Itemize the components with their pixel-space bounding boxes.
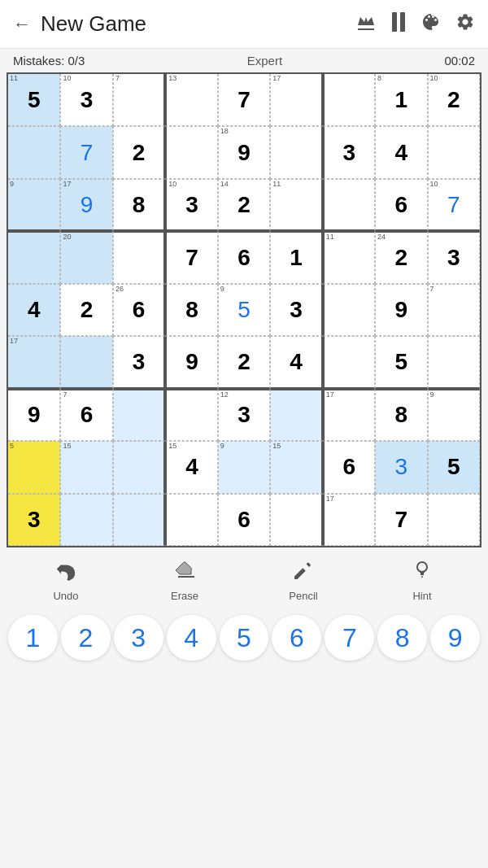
- cell-r4-c8[interactable]: 7: [428, 284, 480, 336]
- cell-r3-c3[interactable]: 7: [165, 231, 217, 283]
- cell-r7-c6[interactable]: 6: [323, 441, 375, 493]
- cell-r6-c0[interactable]: 9: [8, 389, 60, 441]
- crown-icon[interactable]: [356, 14, 376, 34]
- cell-r7-c8[interactable]: 5: [428, 441, 480, 493]
- cell-r2-c4[interactable]: 142: [218, 179, 270, 231]
- cell-r0-c1[interactable]: 103: [60, 74, 112, 126]
- numpad-5[interactable]: 5: [220, 615, 269, 661]
- cell-r1-c7[interactable]: 4: [375, 126, 427, 178]
- cell-r8-c7[interactable]: 7: [375, 494, 427, 546]
- cell-r1-c0[interactable]: [8, 126, 60, 178]
- cell-r4-c0[interactable]: 4: [8, 284, 60, 336]
- cell-r6-c7[interactable]: 8: [375, 389, 427, 441]
- cell-r0-c0[interactable]: 115: [8, 74, 60, 126]
- cell-r1-c8[interactable]: [428, 126, 480, 178]
- cell-r8-c1[interactable]: [60, 494, 112, 546]
- settings-icon[interactable]: [455, 12, 475, 37]
- cell-r7-c2[interactable]: [113, 441, 165, 493]
- cell-r6-c1[interactable]: 76: [60, 389, 112, 441]
- cell-r8-c5[interactable]: [270, 494, 322, 546]
- numpad-1[interactable]: 1: [8, 615, 58, 661]
- cell-r0-c7[interactable]: 81: [375, 74, 427, 126]
- cell-r5-c6[interactable]: [323, 336, 375, 388]
- numpad-2[interactable]: 2: [61, 615, 111, 661]
- cell-r3-c6[interactable]: 11: [323, 231, 375, 283]
- cell-r7-c7[interactable]: 3: [375, 441, 427, 493]
- cell-r7-c3[interactable]: 154: [165, 441, 217, 493]
- cell-r2-c7[interactable]: 6: [375, 179, 427, 231]
- cell-r1-c3[interactable]: [165, 126, 217, 178]
- cell-r1-c1[interactable]: 7: [60, 126, 112, 178]
- cell-r2-c6[interactable]: [323, 179, 375, 231]
- cell-r0-c4[interactable]: 7: [218, 74, 270, 126]
- pause-icon[interactable]: [390, 12, 407, 37]
- cell-r5-c7[interactable]: 5: [375, 336, 427, 388]
- cell-r7-c1[interactable]: 15: [60, 441, 112, 493]
- cell-r1-c5[interactable]: [270, 126, 322, 178]
- cell-r3-c2[interactable]: [113, 231, 165, 283]
- cell-r5-c5[interactable]: 4: [270, 336, 322, 388]
- numpad-7[interactable]: 7: [325, 615, 374, 661]
- numpad-3[interactable]: 3: [114, 615, 163, 661]
- cell-r6-c4[interactable]: 123: [218, 389, 270, 441]
- cell-r5-c2[interactable]: 3: [113, 336, 165, 388]
- cell-r6-c8[interactable]: 9: [428, 389, 480, 441]
- erase-button[interactable]: Erase: [160, 559, 209, 602]
- cell-r4-c5[interactable]: 3: [270, 284, 322, 336]
- cell-r3-c8[interactable]: 3: [428, 231, 480, 283]
- cell-r8-c0[interactable]: 3: [8, 494, 60, 546]
- cell-r4-c4[interactable]: 95: [218, 284, 270, 336]
- cell-r6-c6[interactable]: 17: [323, 389, 375, 441]
- cell-r0-c8[interactable]: 102: [428, 74, 480, 126]
- cell-r2-c2[interactable]: 8: [113, 179, 165, 231]
- cell-r6-c5[interactable]: [270, 389, 322, 441]
- cell-r1-c2[interactable]: 2: [113, 126, 165, 178]
- cell-r4-c1[interactable]: 2: [60, 284, 112, 336]
- numpad-6[interactable]: 6: [272, 615, 321, 661]
- cell-r7-c5[interactable]: 15: [270, 441, 322, 493]
- cell-r4-c6[interactable]: [323, 284, 375, 336]
- cell-r1-c4[interactable]: 189: [218, 126, 270, 178]
- cell-r8-c2[interactable]: [113, 494, 165, 546]
- undo-button[interactable]: Undo: [41, 559, 90, 602]
- cell-r8-c8[interactable]: [428, 494, 480, 546]
- cell-r1-c6[interactable]: 3: [323, 126, 375, 178]
- cell-r4-c3[interactable]: 8: [165, 284, 217, 336]
- cell-r5-c1[interactable]: [60, 336, 112, 388]
- cell-r2-c5[interactable]: 11: [270, 179, 322, 231]
- cell-r6-c2[interactable]: [113, 389, 165, 441]
- cell-r5-c0[interactable]: 17: [8, 336, 60, 388]
- cell-r8-c4[interactable]: 6: [218, 494, 270, 546]
- cell-r0-c6[interactable]: [323, 74, 375, 126]
- cell-r4-c2[interactable]: 266: [113, 284, 165, 336]
- cell-r3-c7[interactable]: 242: [375, 231, 427, 283]
- cell-r3-c0[interactable]: [8, 231, 60, 283]
- cell-r7-c0[interactable]: 5: [8, 441, 60, 493]
- cell-r3-c4[interactable]: 6: [218, 231, 270, 283]
- cell-r5-c4[interactable]: 2: [218, 336, 270, 388]
- cell-r5-c8[interactable]: [428, 336, 480, 388]
- numpad-4[interactable]: 4: [167, 615, 216, 661]
- pencil-button[interactable]: Pencil: [279, 559, 328, 602]
- cell-value: 5: [237, 299, 251, 321]
- cell-r5-c3[interactable]: 9: [165, 336, 217, 388]
- cell-r2-c3[interactable]: 103: [165, 179, 217, 231]
- cell-r2-c1[interactable]: 179: [60, 179, 112, 231]
- cell-r3-c1[interactable]: 20: [60, 231, 112, 283]
- cell-r0-c5[interactable]: 17: [270, 74, 322, 126]
- cell-r4-c7[interactable]: 9: [375, 284, 427, 336]
- numpad-8[interactable]: 8: [377, 615, 427, 661]
- cell-r8-c6[interactable]: 17: [323, 494, 375, 546]
- cell-r8-c3[interactable]: [165, 494, 217, 546]
- palette-icon[interactable]: [421, 12, 441, 37]
- back-icon[interactable]: ←: [13, 14, 31, 35]
- cell-r3-c5[interactable]: 1: [270, 231, 322, 283]
- cell-r0-c3[interactable]: 13: [165, 74, 217, 126]
- cell-r7-c4[interactable]: 9: [218, 441, 270, 493]
- hint-button[interactable]: Hint: [398, 559, 447, 602]
- numpad-9[interactable]: 9: [430, 615, 480, 661]
- cell-r0-c2[interactable]: 7: [113, 74, 165, 126]
- cell-r2-c0[interactable]: 9: [8, 179, 60, 231]
- cell-r6-c3[interactable]: [165, 389, 217, 441]
- cell-r2-c8[interactable]: 107: [428, 179, 480, 231]
